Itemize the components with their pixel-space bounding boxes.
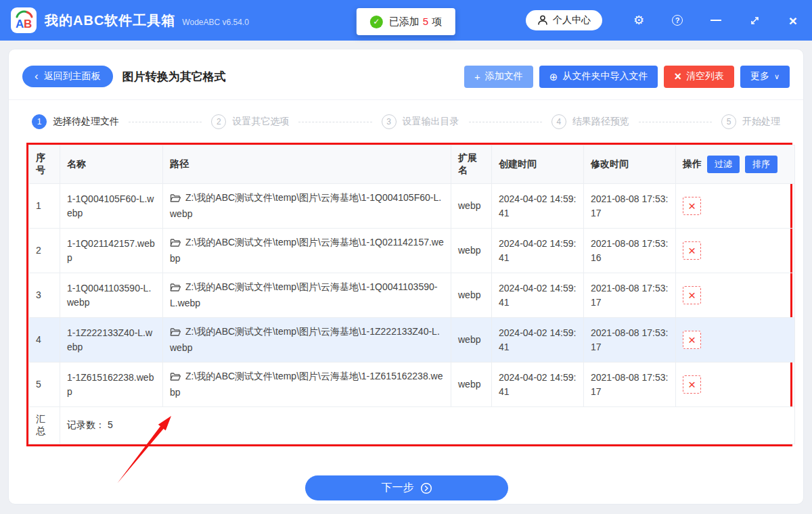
cell-index: 4: [29, 318, 60, 363]
toolbar: ‹ 返回到主面板 图片转换为其它格式 + 添加文件 ⊕ 从文件夹中导入文件 × …: [22, 64, 790, 89]
app-logo-icon: A B: [11, 7, 37, 33]
step-label: 结果路径预览: [572, 116, 629, 128]
step-label: 开始处理: [742, 116, 780, 128]
close-icon[interactable]: ×: [786, 14, 800, 27]
folder-open-icon: [170, 193, 181, 203]
cell-path: Z:\我的ABC测试文件\temp\图片\云海基地\1-1Z615162238.…: [163, 363, 451, 407]
titlebar: A B 我的ABC软件工具箱 WodeABC v6.54.0 ✓ 已添加5项 个…: [0, 0, 812, 41]
step-label: 选择待处理文件: [53, 116, 119, 128]
step-connector: [469, 122, 542, 122]
table-row[interactable]: 11-1Q004105F60-L.webpZ:\我的ABC测试文件\temp\图…: [29, 184, 795, 229]
step-connector: [129, 122, 202, 122]
import-from-folder-button[interactable]: ⊕ 从文件夹中导入文件: [539, 66, 658, 88]
filter-button[interactable]: 过滤: [707, 156, 740, 173]
step-connector: [639, 122, 712, 122]
file-table-annotation-box: 序号 名称 路径 扩展名 创建时间 修改时间 操作 过滤 排序 11-1Q0: [26, 143, 792, 446]
summary-text: 记录数： 5: [60, 407, 795, 444]
cell-path: Z:\我的ABC测试文件\temp\图片\云海基地\1-1Z222133Z40-…: [163, 318, 451, 363]
minimize-icon[interactable]: [709, 14, 723, 27]
settings-gear-icon[interactable]: ⚙: [632, 14, 646, 27]
remove-file-button[interactable]: ×: [683, 331, 701, 349]
cell-created: 2024-04-02 14:59:41: [492, 363, 584, 407]
cell-name: 1-1Q004105F60-L.webp: [60, 184, 163, 229]
import-folder-label: 从文件夹中导入文件: [562, 70, 648, 83]
table-row[interactable]: 31-1Q0041103590-L.webpZ:\我的ABC测试文件\temp\…: [29, 273, 795, 318]
more-button[interactable]: 更多 ∨: [740, 66, 790, 88]
cell-name: 1-1Q021142157.webp: [60, 229, 163, 273]
main-card: ‹ 返回到主面板 图片转换为其它格式 + 添加文件 ⊕ 从文件夹中导入文件 × …: [8, 49, 804, 505]
remove-file-button[interactable]: ×: [683, 375, 701, 394]
back-to-dashboard-button[interactable]: ‹ 返回到主面板: [22, 66, 113, 87]
step-number: 3: [382, 114, 397, 129]
table-row[interactable]: 51-1Z615162238.webpZ:\我的ABC测试文件\temp\图片\…: [29, 363, 795, 407]
logo-letter-a: A: [16, 18, 24, 30]
file-table-body: 11-1Q004105F60-L.webpZ:\我的ABC测试文件\temp\图…: [29, 184, 795, 407]
folder-icon: [170, 237, 181, 252]
cell-ext: webp: [451, 273, 492, 318]
cell-modified: 2021-08-08 17:53:16: [584, 229, 676, 273]
added-count: 5: [423, 16, 428, 27]
cell-path: Z:\我的ABC测试文件\temp\图片\云海基地\1-1Q021142157.…: [163, 229, 451, 273]
step-number: 5: [721, 114, 736, 129]
cell-index: 2: [29, 229, 60, 273]
sort-button[interactable]: 排序: [745, 156, 777, 173]
step-indicator: 1选择待处理文件2设置其它选项3设置输出目录4结果路径预览5开始处理: [32, 113, 780, 131]
folder-open-icon: [170, 372, 181, 381]
cell-index: 5: [29, 363, 60, 407]
cell-name: 1-1Z222133Z40-L.webp: [60, 318, 163, 363]
profile-center-label: 个人中心: [553, 14, 591, 26]
cell-created: 2024-04-02 14:59:41: [492, 273, 584, 318]
help-icon[interactable]: ?: [671, 14, 684, 27]
folder-open-icon: [170, 238, 181, 248]
step-connector: [298, 122, 371, 122]
profile-center-button[interactable]: 个人中心: [526, 10, 602, 30]
step-1: 1选择待处理文件: [32, 114, 119, 129]
person-icon: [537, 15, 548, 26]
chevron-left-icon: ‹: [35, 70, 39, 82]
remove-file-button[interactable]: ×: [683, 241, 701, 260]
circle-arrow-right-icon: [420, 482, 432, 494]
clear-list-label: 清空列表: [686, 70, 724, 83]
header-actions: 操作 过滤 排序: [676, 145, 795, 184]
app-version: WodeABC v6.54.0: [182, 18, 249, 27]
table-header-row: 序号 名称 路径 扩展名 创建时间 修改时间 操作 过滤 排序: [29, 145, 795, 184]
header-created: 创建时间: [492, 145, 584, 184]
back-button-label: 返回到主面板: [44, 70, 101, 83]
cell-ext: webp: [451, 363, 492, 407]
header-name: 名称: [60, 145, 163, 184]
cell-created: 2024-04-02 14:59:41: [492, 184, 584, 229]
cell-name: 1-1Z615162238.webp: [60, 363, 163, 407]
chevron-down-icon: ∨: [774, 73, 780, 80]
next-step-label: 下一步: [382, 481, 414, 495]
step-number: 4: [551, 114, 566, 129]
header-ext: 扩展名: [451, 145, 492, 184]
added-items-badge: ✓ 已添加5项: [357, 8, 455, 35]
header-path: 路径: [163, 145, 451, 184]
file-table: 序号 名称 路径 扩展名 创建时间 修改时间 操作 过滤 排序 11-1Q0: [28, 145, 795, 444]
cell-actions: ×: [676, 229, 795, 273]
header-index: 序号: [29, 145, 60, 184]
added-badge-text: 已添加5项: [389, 16, 442, 28]
cell-actions: ×: [676, 273, 795, 318]
step-3: 3设置输出目录: [382, 114, 459, 129]
cell-created: 2024-04-02 14:59:41: [492, 229, 584, 273]
table-row[interactable]: 41-1Z222133Z40-L.webpZ:\我的ABC测试文件\temp\图…: [29, 318, 795, 363]
add-files-label: 添加文件: [485, 70, 523, 83]
cell-actions: ×: [676, 318, 795, 363]
step-4: 4结果路径预览: [551, 114, 629, 129]
header-modified: 修改时间: [584, 145, 676, 184]
add-files-button[interactable]: + 添加文件: [464, 66, 533, 88]
folder-icon: [170, 371, 181, 386]
next-step-button[interactable]: 下一步: [305, 475, 508, 500]
clear-list-button[interactable]: × 清空列表: [664, 66, 734, 88]
x-icon: ×: [674, 70, 681, 83]
toolbar-divider: [9, 99, 803, 100]
folder-open-icon: [170, 327, 181, 337]
maximize-icon[interactable]: [748, 14, 761, 27]
cell-ext: webp: [451, 318, 492, 363]
table-row[interactable]: 21-1Q021142157.webpZ:\我的ABC测试文件\temp\图片\…: [29, 229, 795, 273]
check-circle-icon: ✓: [370, 16, 383, 28]
step-number: 1: [32, 114, 47, 129]
remove-file-button[interactable]: ×: [683, 197, 701, 215]
remove-file-button[interactable]: ×: [683, 286, 701, 304]
